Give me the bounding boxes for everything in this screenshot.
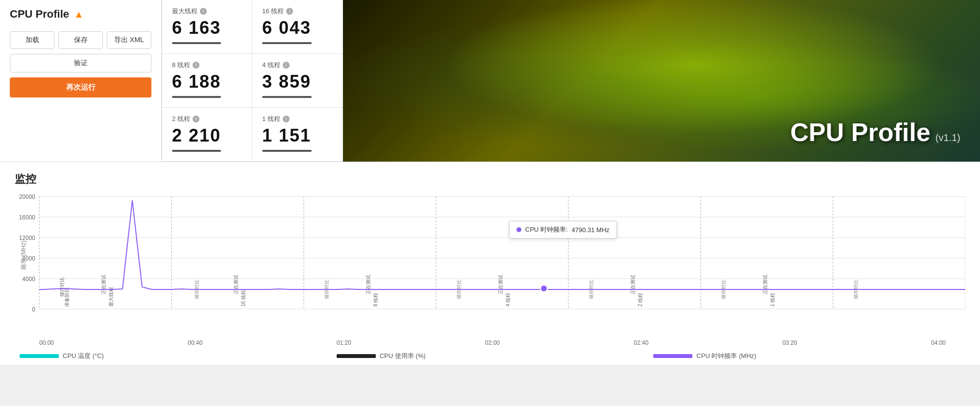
- svg-text:准备阶段: 准备阶段: [64, 287, 70, 307]
- svg-text:正在测试: 正在测试: [233, 275, 239, 294]
- svg-text:正在测试: 正在测试: [762, 275, 768, 294]
- stat-bar-2: [172, 96, 221, 98]
- stats-grid: 最大线程 i 6 163 16 线程 i 6 043 8 线程 i 6 188 …: [162, 0, 343, 162]
- svg-text:16 线程: 16 线程: [241, 290, 246, 307]
- hero-image: CPU Profile (v1.1): [343, 0, 980, 162]
- legend-color-0: [20, 354, 59, 358]
- svg-text:频率 (MHz): 频率 (MHz): [20, 240, 27, 270]
- legend-color-1: [337, 354, 376, 358]
- chart-x-axis: 00:00 00:40 01:20 02:00 02:40 03:20 04:0…: [15, 338, 965, 346]
- legend-label-2: CPU 时钟频率 (MHz): [696, 352, 756, 360]
- svg-text:储存对比: 储存对比: [456, 280, 462, 299]
- legend-label-1: CPU 使用率 (%): [380, 352, 426, 360]
- svg-point-35: [540, 285, 547, 292]
- legend-item-2: CPU 时钟频率 (MHz): [648, 352, 965, 360]
- stat-label-0: 最大线程 i: [172, 7, 242, 16]
- svg-text:储存对比: 储存对比: [721, 280, 726, 299]
- info-icon-1[interactable]: i: [286, 8, 293, 15]
- chart-svg: 20000 16000 12000 8000 4000 0 频率 (MHz): [15, 191, 965, 319]
- monitor-title: 监控: [15, 172, 965, 187]
- svg-text:正在测试: 正在测试: [498, 275, 503, 294]
- x-tick-5: 03:20: [783, 339, 797, 346]
- legend-item-1: CPU 使用率 (%): [332, 352, 649, 360]
- svg-text:0: 0: [32, 306, 35, 313]
- stat-value-0: 6 163: [172, 18, 242, 38]
- stat-bar-1: [262, 42, 312, 44]
- stat-value-2: 6 188: [172, 72, 242, 92]
- svg-text:4 线程: 4 线程: [505, 293, 511, 307]
- hero-overlay: CPU Profile (v1.1): [790, 118, 960, 147]
- monitor-section: 监控 20000 16000 12000 8000 4000 0 频率 (MHz…: [0, 162, 980, 365]
- stat-label-3: 4 线程 i: [262, 61, 333, 70]
- stat-value-5: 1 151: [262, 125, 333, 146]
- x-tick-6: 04:00: [931, 339, 946, 346]
- tooltip-dot-icon: [516, 227, 521, 232]
- stat-value-3: 3 859: [262, 72, 333, 92]
- stat-label-4: 2 线程 i: [172, 115, 242, 123]
- stat-cell-1: 16 线程 i 6 043: [252, 0, 343, 54]
- svg-text:储存对比: 储存对比: [194, 280, 199, 299]
- stat-label-1: 16 线程 i: [262, 7, 333, 16]
- svg-text:4000: 4000: [22, 276, 35, 283]
- legend-color-2: [653, 354, 692, 358]
- info-icon-5[interactable]: i: [283, 116, 290, 122]
- info-icon-2[interactable]: i: [193, 62, 199, 69]
- svg-text:储存对比: 储存对比: [588, 280, 594, 299]
- legend-label-0: CPU 温度 (°C): [63, 352, 104, 360]
- chart-container: 20000 16000 12000 8000 4000 0 频率 (MHz): [15, 191, 965, 338]
- save-button[interactable]: 保存: [58, 31, 103, 49]
- tooltip-value: 4790.31 MHz: [571, 226, 609, 234]
- svg-text:8 线程: 8 线程: [373, 293, 378, 307]
- x-tick-2: 01:20: [337, 339, 351, 346]
- hero-title: CPU Profile: [790, 118, 931, 147]
- stat-cell-3: 4 线程 i 3 859: [252, 54, 343, 108]
- legend-bar: CPU 温度 (°C) CPU 使用率 (%) CPU 时钟频率 (MHz): [15, 352, 965, 360]
- stat-value-4: 2 210: [172, 125, 242, 146]
- info-icon-3[interactable]: i: [283, 62, 290, 69]
- svg-text:储存对比: 储存对比: [324, 280, 329, 299]
- svg-text:正在测试: 正在测试: [366, 275, 371, 294]
- svg-text:储存对比: 储存对比: [853, 280, 858, 299]
- title-text: CPU Profile: [10, 8, 69, 21]
- x-tick-3: 02:00: [485, 339, 500, 346]
- svg-text:20000: 20000: [19, 193, 36, 200]
- tooltip-label: CPU 时钟频率:: [525, 225, 568, 234]
- stat-bar-5: [262, 150, 312, 152]
- stat-cell-4: 2 线程 i 2 210: [162, 108, 252, 162]
- stat-bar-0: [172, 42, 221, 44]
- action-buttons-row: 加载 保存 导出 XML: [10, 31, 151, 49]
- stat-value-1: 6 043: [262, 18, 333, 38]
- svg-text:16000: 16000: [19, 214, 36, 221]
- svg-text:2 线程: 2 线程: [637, 293, 643, 307]
- x-tick-4: 02:40: [634, 339, 648, 346]
- x-tick-1: 00:40: [188, 339, 202, 346]
- svg-text:12000: 12000: [19, 235, 36, 241]
- chart-tooltip: CPU 时钟频率: 4790.31 MHz: [509, 221, 617, 239]
- svg-text:正在测试: 正在测试: [101, 275, 106, 294]
- stat-cell-5: 1 线程 i 1 151: [252, 108, 343, 162]
- stat-cell-2: 8 线程 i 6 188: [162, 54, 252, 108]
- stat-bar-4: [172, 150, 221, 152]
- svg-text:1 线程: 1 线程: [770, 293, 775, 307]
- legend-item-0: CPU 温度 (°C): [15, 352, 332, 360]
- stat-cell-0: 最大线程 i 6 163: [162, 0, 252, 54]
- stat-label-5: 1 线程 i: [262, 115, 333, 123]
- svg-text:正在测试: 正在测试: [630, 275, 636, 294]
- load-button[interactable]: 加载: [10, 31, 54, 49]
- x-tick-0: 00:00: [39, 339, 54, 346]
- hero-version: (v1.1): [935, 132, 960, 143]
- warning-icon: ▲: [74, 9, 84, 20]
- left-panel: CPU Profile ▲ 加载 保存 导出 XML 验证 再次运行: [0, 0, 162, 162]
- export-xml-button[interactable]: 导出 XML: [107, 31, 151, 49]
- stat-label-2: 8 线程 i: [172, 61, 242, 70]
- run-again-button[interactable]: 再次运行: [10, 77, 151, 97]
- info-icon-0[interactable]: i: [200, 8, 207, 15]
- stat-bar-3: [262, 96, 312, 98]
- validate-button[interactable]: 验证: [10, 54, 151, 72]
- info-icon-4[interactable]: i: [193, 116, 199, 122]
- app-title: CPU Profile ▲: [10, 8, 151, 21]
